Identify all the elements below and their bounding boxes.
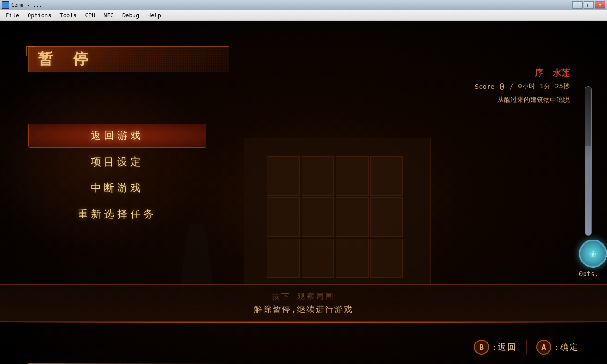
score-label-1: 序: [535, 67, 543, 79]
menu-file[interactable]: File: [2, 11, 23, 20]
score-top-labels: 序 水莲: [475, 67, 570, 79]
maximize-button[interactable]: □: [584, 1, 594, 9]
b-button[interactable]: B: [474, 340, 489, 355]
titlebar-title: Cemu - ...: [11, 2, 42, 8]
menu-item-pause-label: 中断游戏: [91, 181, 143, 195]
score-row: Score 0 / 0小时 1分 25秒: [475, 81, 570, 92]
menu-item-settings-label: 项目设定: [91, 155, 143, 169]
building-cell: [302, 156, 334, 196]
menu-item-pause[interactable]: 中断游戏: [28, 176, 206, 200]
menu-item-settings[interactable]: 项目设定: [28, 150, 206, 174]
menu-options[interactable]: Options: [24, 11, 55, 20]
building-cell: [370, 197, 403, 237]
menu-item-return-label: 返回游戏: [91, 129, 143, 143]
gauge-track: [585, 86, 592, 236]
building-cell: [336, 156, 369, 196]
building-cell: [302, 239, 334, 278]
menu-item-select-mission[interactable]: 重新选择任务: [28, 202, 206, 226]
menu-tools[interactable]: Tools: [56, 11, 80, 20]
titlebar-left: Cemu - ...: [2, 1, 42, 9]
menubar: File Options Tools CPU NFC Debug Help: [0, 10, 607, 21]
menu-debug[interactable]: Debug: [118, 11, 143, 20]
building-cell: [267, 239, 300, 278]
bottom-hint-line: 按下 观察周围: [272, 292, 335, 302]
menu-list: 返回游戏 项目设定 中断游戏 重新选择任务: [28, 124, 262, 228]
score-value: 0: [499, 81, 505, 92]
menu-nfc[interactable]: NFC: [100, 11, 118, 20]
minimize-button[interactable]: ─: [572, 1, 583, 9]
building-cell: [267, 197, 300, 237]
pause-title-text: 暂 停: [38, 49, 94, 70]
titlebar: Cemu - ... ─ □ ✕: [0, 0, 607, 10]
score-label-2: 水莲: [553, 67, 570, 79]
score-prefix: Score: [475, 83, 495, 90]
building-cell: [370, 239, 403, 278]
right-gauge: 0pts.: [579, 86, 598, 277]
bottom-deco-line: [0, 322, 607, 323]
a-button-control: A :确定: [536, 340, 579, 355]
score-separator: /: [510, 83, 513, 90]
menu-help[interactable]: Help: [144, 11, 165, 20]
b-button-control: B :返回: [474, 340, 517, 355]
corner-deco: [26, 46, 35, 56]
bottom-bar: 按下 观察周围 解除暂停,继续进行游戏: [0, 284, 607, 322]
a-button-label: A: [541, 343, 546, 352]
mission-desc: 从醒过来的建筑物中逃脱: [475, 96, 570, 104]
bottom-desc: 解除暂停,继续进行游戏: [254, 304, 354, 315]
building-cell: [267, 156, 300, 196]
b-button-text: :返回: [492, 342, 517, 353]
app-icon: [2, 1, 9, 9]
menu-item-select-mission-label: 重新选择任务: [78, 207, 156, 221]
time-minutes: 1分: [540, 82, 550, 91]
time-seconds: 25秒: [555, 82, 570, 91]
a-button-text: :确定: [554, 342, 579, 353]
bottom-controls: B :返回 A :确定: [474, 340, 579, 355]
building-inner: [262, 152, 407, 283]
gauge-lotus-icon: [579, 240, 607, 268]
score-area: 序 水莲 Score 0 / 0小时 1分 25秒 从醒过来的建筑物中逃脱: [475, 67, 570, 104]
pause-title: 暂 停: [28, 46, 229, 72]
game-area: 暂 停 序 水莲 Score 0 / 0小时 1分 25秒 从醒过来的建筑物中逃…: [0, 21, 607, 364]
gauge-fill: [585, 146, 591, 235]
controls-separator: [526, 340, 527, 354]
pts-label: 0pts.: [579, 270, 598, 277]
b-button-label: B: [479, 343, 484, 352]
time-hours: 0小时: [518, 82, 535, 91]
titlebar-buttons: ─ □ ✕: [572, 1, 605, 9]
a-button[interactable]: A: [536, 340, 551, 355]
building-cell: [336, 197, 369, 237]
building-cell: [302, 197, 334, 237]
building-cell: [336, 239, 369, 278]
menu-item-return[interactable]: 返回游戏: [28, 124, 206, 148]
menu-cpu[interactable]: CPU: [81, 11, 99, 20]
building-cell: [370, 156, 403, 196]
close-button[interactable]: ✕: [595, 1, 605, 9]
